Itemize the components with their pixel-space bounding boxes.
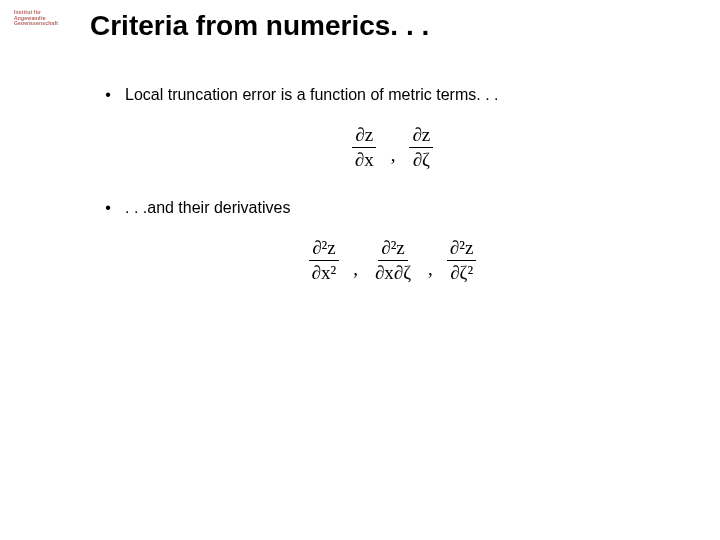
bullet-item: • Local truncation error is a function o… <box>105 85 680 106</box>
bullet-item: • . . .and their derivatives <box>105 198 680 219</box>
fraction-numerator: ∂z <box>352 124 376 148</box>
bullet-text: Local truncation error is a function of … <box>125 85 498 106</box>
slide-title: Criteria from numerics. . . <box>90 10 429 42</box>
fraction: ∂z ∂ζ <box>409 124 433 171</box>
separator: , <box>424 258 437 280</box>
slide: Institut für Angewandte Geowissenschaft … <box>0 0 720 540</box>
fraction: ∂z ∂x <box>352 124 377 171</box>
bullet-list: • Local truncation error is a function o… <box>105 85 680 312</box>
fraction: ∂²z ∂ζ² <box>447 237 477 284</box>
fraction-numerator: ∂²z <box>309 237 339 261</box>
separator: , <box>387 144 400 166</box>
logo-line: Geowissenschaft <box>14 21 50 27</box>
fraction-denominator: ∂ζ² <box>447 261 476 284</box>
fraction-numerator: ∂z <box>409 124 433 148</box>
fraction-denominator: ∂ζ <box>410 148 433 171</box>
bullet-dot-icon: • <box>105 198 111 219</box>
institute-logo: Institut für Angewandte Geowissenschaft <box>14 10 50 27</box>
fraction-numerator: ∂²z <box>378 237 408 261</box>
fraction-denominator: ∂x∂ζ <box>372 261 414 284</box>
bullet-text: . . .and their derivatives <box>125 198 290 219</box>
fraction: ∂²z ∂x∂ζ <box>372 237 414 284</box>
equation-first-order: ∂z ∂x , ∂z ∂ζ <box>105 124 680 171</box>
fraction-numerator: ∂²z <box>447 237 477 261</box>
bullet-dot-icon: • <box>105 85 111 106</box>
equation-second-order: ∂²z ∂x² , ∂²z ∂x∂ζ , ∂²z ∂ζ² <box>105 237 680 284</box>
fraction-denominator: ∂x² <box>309 261 340 284</box>
fraction-denominator: ∂x <box>352 148 377 171</box>
fraction: ∂²z ∂x² <box>309 237 340 284</box>
separator: , <box>349 258 362 280</box>
